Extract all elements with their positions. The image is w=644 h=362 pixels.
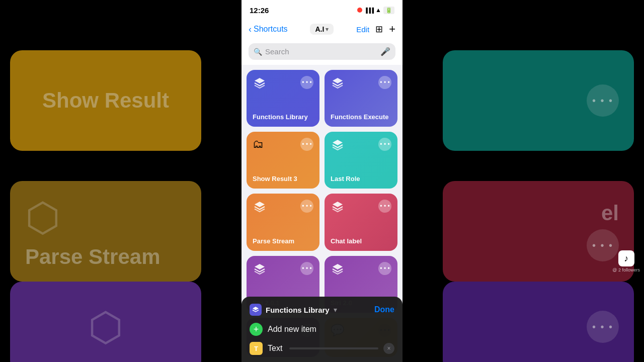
wifi-icon: ▲ [375, 7, 381, 14]
tiktok-label: @ 2 followers [612, 267, 640, 273]
shortcut-name: Functions Library [253, 113, 313, 121]
card-menu-button[interactable]: • • • [300, 262, 313, 275]
bg-right-purple-dots: • • • [587, 311, 619, 343]
layers-icon [331, 262, 345, 276]
card-header: • • • [331, 76, 391, 90]
bottom-sheet-header: Functions Library ▾ Done [250, 304, 394, 316]
bg-right-top-dots: • • • [587, 84, 619, 117]
add-new-item-button[interactable]: + Add new item [250, 323, 394, 336]
back-label: Shortcuts [254, 25, 288, 34]
card-menu-button[interactable]: • • • [300, 138, 313, 151]
add-item-label: Add new item [268, 325, 316, 334]
ai-badge[interactable]: A.I ▾ [310, 24, 334, 35]
edit-button[interactable]: Edit [356, 25, 369, 34]
mic-icon[interactable]: 🎤 [380, 47, 390, 56]
bg-card-right-top: • • • [443, 50, 634, 151]
layers-icon [331, 76, 345, 90]
text-item-row: T Text × [250, 342, 394, 355]
bottom-sheet: Functions Library ▾ Done + Add new item … [242, 297, 403, 362]
signal-icon: ▐▐▐ [364, 8, 373, 13]
shortcut-name: Last Role [331, 175, 391, 183]
card-menu-button[interactable]: • • • [378, 76, 391, 89]
card-menu-button[interactable]: • • • [300, 76, 313, 89]
bg-card-left-top: Show Result [10, 50, 201, 151]
done-button[interactable]: Done [374, 305, 394, 314]
add-icon: + [250, 323, 263, 336]
card-header: • • • [331, 200, 391, 214]
search-bar[interactable]: 🔍 Search 🎤 [249, 43, 395, 60]
card-header: • • • [253, 262, 313, 276]
tiktok-icon: ♪ [618, 250, 634, 266]
search-input[interactable]: Search [265, 47, 377, 56]
battery-icon: 🔋 [383, 7, 394, 14]
bs-app-icon [250, 304, 262, 316]
bg-card-right-middle: el • • • [443, 181, 634, 282]
ai-badge-chevron: ▾ [326, 26, 329, 33]
search-icon: 🔍 [254, 48, 262, 56]
shortcut-card-last-role[interactable]: • • • Last Role [325, 132, 397, 189]
search-bar-container: 🔍 Search 🎤 [242, 40, 403, 65]
text-type-icon: T [250, 342, 263, 355]
card-header: • • • [331, 138, 391, 152]
bg-left-bottom-text: Parse Stream [25, 245, 160, 269]
status-bar: 12:26 ▐▐▐ ▲ 🔋 [242, 0, 403, 18]
back-button[interactable]: ‹ Shortcuts [249, 24, 288, 35]
layers-icon [253, 76, 267, 90]
record-indicator [357, 8, 362, 13]
bg-card-left-purple: ⬡ [10, 282, 201, 362]
bottom-sheet-title-text: Functions Library [266, 306, 330, 314]
bg-card-right-purple: • • • [443, 282, 634, 362]
bottom-sheet-title: Functions Library ▾ [250, 304, 337, 316]
card-header: • • • [331, 262, 391, 276]
card-header: • • • [253, 76, 313, 90]
bg-left-bottom-icon: ⬡ [25, 194, 160, 241]
back-chevron-icon: ‹ [249, 24, 252, 35]
shortcut-name: Show Result 3 [253, 175, 313, 183]
nav-actions: Edit ⊞ + [356, 23, 395, 36]
ai-badge-label: A.I [315, 25, 324, 33]
nav-title-area: A.I ▾ [310, 24, 334, 35]
shortcut-name: Functions Execute [331, 113, 391, 121]
card-header: • • • [253, 200, 313, 214]
layers-icon [253, 262, 267, 276]
nav-bar: ‹ Shortcuts A.I ▾ Edit ⊞ + [242, 18, 403, 40]
text-progress-bar [289, 347, 378, 349]
shortcut-card-functions-library[interactable]: • • • Functions Library [247, 70, 319, 127]
status-icons: ▐▐▐ ▲ 🔋 [357, 7, 394, 14]
shortcut-card-show-result-3[interactable]: 🗂 • • • Show Result 3 [247, 132, 319, 189]
layers-icon [253, 200, 267, 214]
text-item-label: Text [268, 344, 282, 353]
bs-chevron-icon: ▾ [334, 306, 337, 314]
remove-text-button[interactable]: × [383, 343, 394, 354]
shortcut-card-functions-execute[interactable]: • • • Functions Execute [325, 70, 397, 127]
card-menu-button[interactable]: • • • [378, 262, 391, 275]
card-menu-button[interactable]: • • • [300, 200, 313, 213]
phone-frame: 12:26 ▐▐▐ ▲ 🔋 ‹ Shortcuts A.I ▾ Edit ⊞ +… [242, 0, 403, 362]
layers-icon [331, 200, 345, 214]
folder-icon: 🗂 [253, 138, 264, 151]
shortcut-name: Chat label [331, 237, 391, 245]
card-menu-button[interactable]: • • • [378, 138, 391, 151]
bg-card-left-bottom: ⬡ Parse Stream [10, 181, 201, 282]
shortcut-card-parse-stream[interactable]: • • • Parse Stream [247, 194, 319, 250]
shortcut-card-chat-label[interactable]: • • • Chat label [325, 194, 397, 250]
add-shortcut-button[interactable]: + [389, 23, 395, 36]
status-time: 12:26 [250, 6, 269, 15]
bg-left-top-text: Show Result [42, 88, 169, 113]
shortcut-name: Parse Stream [253, 237, 313, 245]
bg-left-purple-icon: ⬡ [88, 304, 123, 350]
bg-right-middle-text: el [601, 201, 619, 225]
layers-icon [331, 138, 345, 152]
card-menu-button[interactable]: • • • [378, 200, 391, 213]
tiktok-watermark: ♪ @ 2 followers [612, 250, 640, 273]
grid-icon[interactable]: ⊞ [375, 24, 383, 35]
card-header: 🗂 • • • [253, 138, 313, 151]
